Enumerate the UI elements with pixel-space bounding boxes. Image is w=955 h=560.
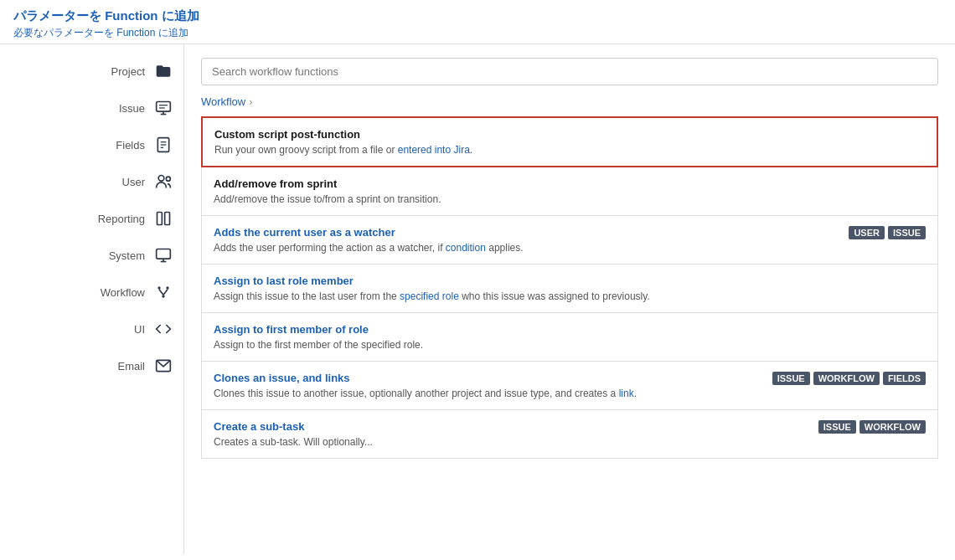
breadcrumb: Workflow ›: [201, 95, 938, 108]
function-title-custom-script: Custom script post-function Run your own…: [214, 128, 472, 156]
function-content-last-role: Assign to last role member Assign this i…: [214, 275, 650, 302]
sidebar-item-issue[interactable]: Issue: [0, 90, 183, 126]
sidebar-item-email[interactable]: Email: [0, 347, 183, 384]
badge-issue-clones: ISSUE: [772, 372, 810, 385]
sidebar-item-system[interactable]: System: [0, 237, 183, 274]
function-item-clones[interactable]: Clones an issue, and links Clones this i…: [201, 361, 938, 410]
svg-rect-0: [157, 102, 171, 112]
function-content-sprint: Add/remove from sprint Add/remove the is…: [214, 177, 441, 205]
function-item-subtask[interactable]: Create a sub-task Creates a sub-task. Wi…: [201, 409, 938, 459]
sidebar-label-project: Project: [70, 65, 145, 78]
sidebar-item-ui[interactable]: UI: [0, 311, 183, 347]
function-header-clones: Clones an issue, and links Clones this i…: [214, 372, 926, 399]
function-content-first-role: Assign to first member of role Assign to…: [214, 323, 423, 351]
sidebar-label-workflow: Workflow: [70, 286, 145, 299]
monitor-icon: [153, 245, 173, 265]
svg-point-9: [158, 176, 164, 182]
function-item-sprint[interactable]: Add/remove from sprint Add/remove the is…: [201, 167, 938, 216]
function-desc-custom-script: Run your own groovy script from a file o…: [214, 144, 472, 156]
function-header-first-role: Assign to first member of role Assign to…: [214, 323, 926, 351]
top-bar: パラメーターを Function に追加 必要なパラメーターを Function…: [0, 0, 955, 44]
fork-icon: [153, 282, 173, 302]
sidebar-label-fields: Fields: [70, 139, 145, 152]
columns-icon: [153, 208, 173, 229]
breadcrumb-workflow[interactable]: Workflow: [201, 95, 245, 108]
sidebar-label-issue: Issue: [70, 102, 145, 115]
sidebar-label-user: User: [70, 176, 145, 188]
content-area: Workflow › Custom script post-function R…: [184, 44, 955, 554]
document-list-icon: [153, 135, 173, 155]
users-icon: [153, 172, 173, 192]
function-content-subtask: Create a sub-task Creates a sub-task. Wi…: [214, 420, 373, 448]
sidebar: Project Issue Fields User Reporting: [0, 44, 184, 554]
svg-point-18: [162, 295, 164, 297]
function-header-subtask: Create a sub-task Creates a sub-task. Wi…: [214, 420, 926, 448]
main-layout: Project Issue Fields User Reporting: [0, 44, 955, 554]
svg-point-16: [157, 286, 160, 289]
function-header-last-role: Assign to last role member Assign this i…: [214, 275, 926, 302]
svg-line-19: [159, 290, 163, 295]
badge-user: USER: [849, 226, 885, 239]
sidebar-item-project[interactable]: Project: [0, 53, 183, 90]
function-content-watcher: Adds the current user as a watcher Adds …: [214, 226, 524, 254]
badge-row-subtask: ISSUE WORKFLOW: [818, 420, 926, 434]
breadcrumb-separator: ›: [249, 95, 252, 108]
sidebar-label-system: System: [70, 249, 145, 262]
function-item-custom-script[interactable]: Custom script post-function Run your own…: [201, 116, 938, 167]
monitor-list-icon: [153, 98, 173, 118]
sidebar-label-reporting: Reporting: [70, 213, 145, 225]
sidebar-item-fields[interactable]: Fields: [0, 126, 183, 163]
page-subtitle: 必要なパラメーターを Function に追加: [13, 26, 942, 40]
function-item-first-role[interactable]: Assign to first member of role Assign to…: [201, 312, 938, 362]
function-header-sprint: Add/remove from sprint Add/remove the is…: [214, 177, 926, 205]
function-item-last-role[interactable]: Assign to last role member Assign this i…: [201, 264, 938, 313]
function-header: Custom script post-function Run your own…: [214, 128, 925, 156]
sidebar-item-reporting[interactable]: Reporting: [0, 200, 183, 237]
badge-issue: ISSUE: [888, 226, 926, 239]
code-icon: [153, 319, 173, 339]
function-item-watcher[interactable]: Adds the current user as a watcher Adds …: [201, 215, 938, 265]
search-input[interactable]: [201, 58, 938, 85]
function-content-clones: Clones an issue, and links Clones this i…: [214, 372, 637, 399]
page-title: パラメーターを Function に追加: [13, 8, 942, 24]
sidebar-label-email: Email: [70, 360, 145, 372]
sidebar-label-ui: UI: [70, 323, 145, 336]
svg-point-17: [166, 286, 168, 289]
function-header-watcher: Adds the current user as a watcher Adds …: [214, 226, 926, 254]
sidebar-item-user[interactable]: User: [0, 163, 183, 200]
badge-row-clones: ISSUE WORKFLOW FIELDS: [772, 372, 926, 385]
svg-line-20: [163, 290, 168, 295]
function-list: Custom script post-function Run your own…: [201, 116, 938, 458]
badge-workflow-subtask: WORKFLOW: [860, 420, 926, 434]
badge-issue-subtask: ISSUE: [818, 420, 856, 434]
badge-workflow-clones: WORKFLOW: [813, 372, 880, 385]
folder-icon: [153, 61, 173, 81]
badge-row-watcher: USER ISSUE: [849, 226, 926, 239]
svg-rect-12: [165, 213, 170, 225]
svg-point-10: [166, 177, 170, 181]
svg-rect-13: [157, 249, 171, 259]
svg-rect-11: [157, 213, 163, 225]
sidebar-item-workflow[interactable]: Workflow: [0, 274, 183, 311]
badge-fields-clones: FIELDS: [883, 372, 926, 385]
envelope-icon: [153, 356, 173, 376]
